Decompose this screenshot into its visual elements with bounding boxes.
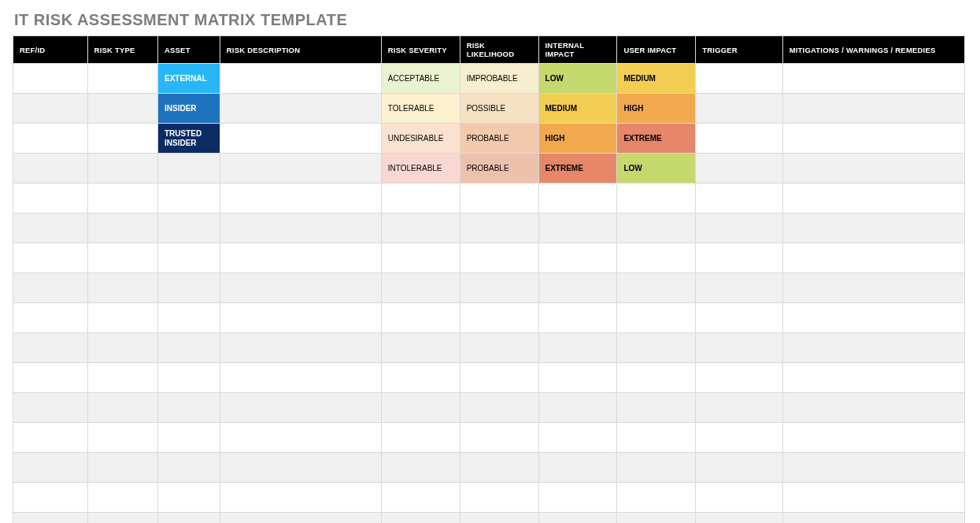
cell-mitigation[interactable]: [782, 513, 964, 524]
cell-refid[interactable]: [13, 94, 88, 124]
cell-severity[interactable]: [381, 184, 460, 213]
cell-risktype[interactable]: [87, 393, 157, 423]
cell-asset[interactable]: TRUSTED INSIDER: [157, 124, 220, 154]
cell-refid[interactable]: [13, 124, 88, 154]
cell-refid[interactable]: [13, 423, 88, 453]
cell-asset[interactable]: [157, 513, 220, 524]
cell-mitigation[interactable]: [782, 453, 964, 483]
cell-likelihood[interactable]: [460, 273, 538, 303]
cell-severity[interactable]: [381, 513, 460, 524]
cell-trigger[interactable]: [696, 213, 782, 243]
cell-user-impact[interactable]: HIGH: [617, 94, 696, 124]
cell-user-impact[interactable]: [617, 213, 696, 243]
cell-risktype[interactable]: [87, 483, 157, 513]
cell-riskdesc[interactable]: [220, 333, 381, 363]
cell-severity[interactable]: [381, 363, 460, 393]
cell-refid[interactable]: [13, 303, 88, 333]
cell-internal-impact[interactable]: [538, 184, 617, 213]
cell-mitigation[interactable]: [782, 423, 964, 453]
cell-asset[interactable]: [157, 243, 220, 273]
cell-riskdesc[interactable]: [220, 513, 381, 524]
cell-riskdesc[interactable]: [220, 213, 381, 243]
cell-severity[interactable]: [381, 423, 460, 453]
cell-riskdesc[interactable]: [220, 393, 381, 423]
cell-internal-impact[interactable]: [538, 453, 617, 483]
cell-riskdesc[interactable]: [220, 453, 381, 483]
cell-likelihood[interactable]: [460, 423, 538, 453]
cell-refid[interactable]: [13, 513, 88, 524]
cell-mitigation[interactable]: [782, 243, 964, 273]
cell-asset[interactable]: [157, 363, 220, 393]
cell-likelihood[interactable]: [460, 393, 538, 423]
cell-likelihood[interactable]: [460, 243, 538, 273]
cell-mitigation[interactable]: [782, 483, 964, 513]
cell-risktype[interactable]: [87, 423, 157, 453]
cell-risktype[interactable]: [87, 64, 157, 94]
cell-user-impact[interactable]: [617, 513, 696, 524]
cell-likelihood[interactable]: [460, 453, 538, 483]
cell-severity[interactable]: [381, 273, 460, 303]
cell-internal-impact[interactable]: HIGH: [538, 124, 617, 154]
cell-risktype[interactable]: [87, 453, 157, 483]
cell-risktype[interactable]: [87, 363, 157, 393]
cell-mitigation[interactable]: [782, 64, 964, 94]
cell-asset[interactable]: [157, 423, 220, 453]
cell-user-impact[interactable]: [617, 453, 696, 483]
cell-refid[interactable]: [13, 453, 88, 483]
cell-risktype[interactable]: [87, 303, 157, 333]
cell-asset[interactable]: [157, 303, 220, 333]
cell-internal-impact[interactable]: [538, 513, 617, 524]
cell-user-impact[interactable]: [617, 243, 696, 273]
cell-likelihood[interactable]: PROBABLE: [460, 124, 538, 154]
cell-severity[interactable]: [381, 453, 460, 483]
cell-severity[interactable]: INTOLERABLE: [381, 154, 460, 184]
cell-severity[interactable]: UNDESIRABLE: [381, 124, 460, 154]
cell-risktype[interactable]: [87, 273, 157, 303]
cell-risktype[interactable]: [87, 184, 157, 213]
cell-internal-impact[interactable]: [538, 333, 617, 363]
cell-mitigation[interactable]: [782, 213, 964, 243]
cell-user-impact[interactable]: [617, 184, 696, 213]
cell-user-impact[interactable]: [617, 483, 696, 513]
cell-riskdesc[interactable]: [220, 184, 381, 213]
cell-trigger[interactable]: [696, 273, 782, 303]
cell-severity[interactable]: [381, 243, 460, 273]
cell-riskdesc[interactable]: [220, 243, 381, 273]
cell-asset[interactable]: EXTERNAL: [157, 64, 220, 94]
cell-riskdesc[interactable]: [220, 94, 381, 124]
cell-asset[interactable]: [157, 393, 220, 423]
cell-user-impact[interactable]: [617, 363, 696, 393]
cell-riskdesc[interactable]: [220, 303, 381, 333]
cell-user-impact[interactable]: MEDIUM: [617, 64, 696, 94]
cell-risktype[interactable]: [87, 94, 157, 124]
cell-asset[interactable]: [157, 154, 220, 184]
cell-riskdesc[interactable]: [220, 273, 381, 303]
cell-severity[interactable]: [381, 483, 460, 513]
cell-refid[interactable]: [13, 363, 88, 393]
cell-user-impact[interactable]: [617, 333, 696, 363]
cell-trigger[interactable]: [696, 154, 782, 184]
cell-refid[interactable]: [13, 273, 88, 303]
cell-risktype[interactable]: [87, 213, 157, 243]
cell-user-impact[interactable]: [617, 273, 696, 303]
cell-severity[interactable]: [381, 333, 460, 363]
cell-refid[interactable]: [13, 243, 88, 273]
cell-likelihood[interactable]: [460, 213, 538, 243]
cell-user-impact[interactable]: EXTREME: [617, 124, 696, 154]
cell-mitigation[interactable]: [782, 184, 964, 213]
cell-likelihood[interactable]: [460, 333, 538, 363]
cell-likelihood[interactable]: [460, 483, 538, 513]
cell-trigger[interactable]: [696, 483, 782, 513]
cell-severity[interactable]: [381, 303, 460, 333]
cell-risktype[interactable]: [87, 333, 157, 363]
cell-asset[interactable]: INSIDER: [157, 94, 220, 124]
cell-mitigation[interactable]: [782, 273, 964, 303]
cell-mitigation[interactable]: [782, 303, 964, 333]
cell-internal-impact[interactable]: [538, 483, 617, 513]
cell-internal-impact[interactable]: [538, 393, 617, 423]
cell-internal-impact[interactable]: [538, 273, 617, 303]
cell-riskdesc[interactable]: [220, 64, 381, 94]
cell-asset[interactable]: [157, 483, 220, 513]
cell-trigger[interactable]: [696, 423, 782, 453]
cell-trigger[interactable]: [696, 243, 782, 273]
